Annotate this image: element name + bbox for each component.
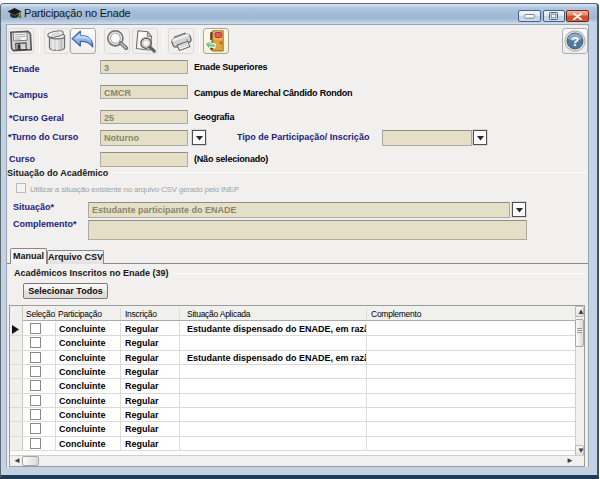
svg-text:?: ?: [571, 34, 579, 49]
